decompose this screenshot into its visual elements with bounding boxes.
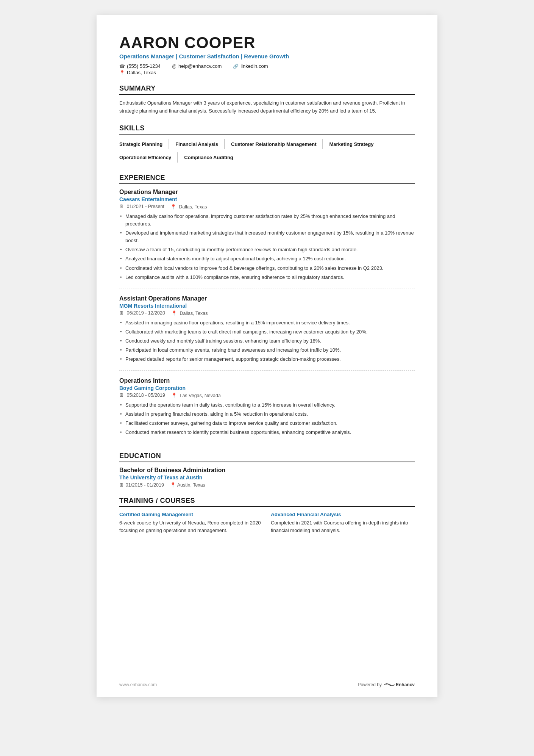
summary-section: SUMMARY Enthusiastic Operations Manager … xyxy=(119,85,415,115)
school-1: The University of Texas at Austin xyxy=(119,474,415,481)
edu-dates-1: 🗓 01/2015 - 01/2019 xyxy=(119,482,164,488)
linkedin-icon: 🔗 xyxy=(233,64,239,69)
resume-document: AARON COOPER Operations Manager | Custom… xyxy=(97,15,437,697)
training-title-1: Certified Gaming Management xyxy=(119,512,263,517)
edu-meta-1: 🗓 01/2015 - 01/2019 📍 Austin, Texas xyxy=(119,482,415,488)
training-heading: TRAINING / COURSES xyxy=(119,497,415,507)
skills-row-1: Strategic Planning Financial Analysis Cu… xyxy=(119,139,415,152)
linkedin-url: linkedin.com xyxy=(240,63,268,69)
bullet-2-2: Collaborated with marketing teams to cra… xyxy=(119,328,415,336)
email-address: help@enhancv.com xyxy=(178,63,222,69)
exp-entry-2: Assistant Operations Manager MGM Resorts… xyxy=(119,295,415,371)
degree-1: Bachelor of Business Administration xyxy=(119,467,415,474)
bullet-2-1: Assisted in managing casino floor operat… xyxy=(119,319,415,327)
exp-bullets-1: Managed daily casino floor operations, i… xyxy=(119,213,415,281)
bullet-3-1: Supported the operations team in daily t… xyxy=(119,401,415,409)
phone-icon: ☎ xyxy=(119,64,125,69)
bullet-1-2: Developed and implemented marketing stra… xyxy=(119,229,415,244)
experience-heading: EXPERIENCE xyxy=(119,174,415,184)
candidate-name: AARON COOPER xyxy=(119,34,415,52)
training-title-2: Advanced Financial Analysis xyxy=(271,512,415,517)
bullet-1-3: Oversaw a team of 15, conducting bi-mont… xyxy=(119,246,415,254)
bullet-3-3: Facilitated customer surveys, gathering … xyxy=(119,419,415,427)
bullet-1-5: Coordinated with local vendors to improv… xyxy=(119,265,415,272)
bullet-3-4: Conducted market research to identify po… xyxy=(119,429,415,436)
exp-dates-2: 🗓 06/2019 - 12/2020 xyxy=(119,310,165,316)
enhancv-brand-name: Enhancv xyxy=(396,682,415,687)
summary-heading: SUMMARY xyxy=(119,85,415,95)
skill-operational-efficiency: Operational Efficiency xyxy=(119,152,178,163)
training-desc-2: Completed in 2021 with Coursera offering… xyxy=(271,519,415,534)
exp-entry-3: Operations Intern Boyd Gaming Corporatio… xyxy=(119,377,415,443)
skills-section: SKILLS Strategic Planning Financial Anal… xyxy=(119,124,415,165)
email-icon: @ xyxy=(172,64,176,69)
skills-row-2: Operational Efficiency Compliance Auditi… xyxy=(119,152,415,165)
exp-location-1: 📍 Dallas, Texas xyxy=(170,204,207,210)
company-2: MGM Resorts International xyxy=(119,303,415,309)
exp-dates-1: 🗓 01/2021 - Present xyxy=(119,204,164,209)
exp-entry-1: Operations Manager Caesars Entertainment… xyxy=(119,189,415,288)
education-heading: EDUCATION xyxy=(119,452,415,462)
footer-website: www.enhancv.com xyxy=(119,682,157,687)
linkedin-contact: 🔗 linkedin.com xyxy=(233,63,268,69)
powered-by-text: Powered by xyxy=(358,682,382,687)
skill-financial-analysis: Financial Analysis xyxy=(175,139,225,149)
edu-location-1: 📍 Austin, Texas xyxy=(170,482,205,488)
training-grid: Certified Gaming Management 6-week cours… xyxy=(119,512,415,534)
exp-meta-3: 🗓 05/2018 - 05/2019 📍 Las Vegas, Nevada xyxy=(119,393,415,398)
bullet-1-4: Analyzed financial statements monthly to… xyxy=(119,255,415,263)
job-title-2: Assistant Operations Manager xyxy=(119,295,415,302)
company-1: Caesars Entertainment xyxy=(119,196,415,202)
contact-row-2: 📍 Dallas, Texas xyxy=(119,70,415,75)
contact-row-1: ☎ (555) 555-1234 @ help@enhancv.com 🔗 li… xyxy=(119,63,415,69)
exp-bullets-2: Assisted in managing casino floor operat… xyxy=(119,319,415,363)
job-title-3: Operations Intern xyxy=(119,377,415,384)
bullet-2-4: Participated in local community events, … xyxy=(119,346,415,354)
training-item-2: Advanced Financial Analysis Completed in… xyxy=(271,512,415,534)
phone-number: (555) 555-1234 xyxy=(127,63,161,69)
location-icon: 📍 xyxy=(119,70,125,75)
exp-bullets-3: Supported the operations team in daily t… xyxy=(119,401,415,437)
resume-header: AARON COOPER Operations Manager | Custom… xyxy=(119,34,415,75)
company-3: Boyd Gaming Corporation xyxy=(119,385,415,391)
exp-meta-2: 🗓 06/2019 - 12/2020 📍 Dallas, Texas xyxy=(119,310,415,316)
skill-strategic-planning: Strategic Planning xyxy=(119,139,169,149)
training-section: TRAINING / COURSES Certified Gaming Mana… xyxy=(119,497,415,534)
skill-crm: Customer Relationship Management xyxy=(231,139,323,149)
exp-dates-3: 🗓 05/2018 - 05/2019 xyxy=(119,393,165,398)
enhancv-logo: Enhancv xyxy=(384,681,415,688)
exp-location-2: 📍 Dallas, Texas xyxy=(171,310,208,316)
bullet-1-1: Managed daily casino floor operations, i… xyxy=(119,213,415,228)
training-item-1: Certified Gaming Management 6-week cours… xyxy=(119,512,263,534)
exp-meta-1: 🗓 01/2021 - Present 📍 Dallas, Texas xyxy=(119,204,415,210)
exp-location-3: 📍 Las Vegas, Nevada xyxy=(171,393,221,398)
location-contact: 📍 Dallas, Texas xyxy=(119,70,156,75)
job-title-1: Operations Manager xyxy=(119,189,415,196)
bullet-2-5: Prepared detailed reports for senior man… xyxy=(119,355,415,363)
enhancv-logo-svg xyxy=(384,681,395,688)
skills-heading: SKILLS xyxy=(119,124,415,135)
training-desc-1: 6-week course by University of Nevada, R… xyxy=(119,519,263,534)
experience-section: EXPERIENCE Operations Manager Caesars En… xyxy=(119,174,415,443)
bullet-3-2: Assisted in preparing financial reports,… xyxy=(119,410,415,418)
skill-compliance-auditing: Compliance Auditing xyxy=(184,152,239,163)
education-section: EDUCATION Bachelor of Business Administr… xyxy=(119,452,415,488)
bullet-1-6: Led compliance audits with a 100% compli… xyxy=(119,274,415,281)
skill-marketing-strategy: Marketing Strategy xyxy=(329,139,379,149)
candidate-title: Operations Manager | Customer Satisfacti… xyxy=(119,53,415,59)
bullet-2-3: Conducted weekly and monthly staff train… xyxy=(119,337,415,345)
email-contact: @ help@enhancv.com xyxy=(172,63,222,69)
page-footer: www.enhancv.com Powered by Enhancv xyxy=(119,681,415,688)
phone-contact: ☎ (555) 555-1234 xyxy=(119,63,161,69)
summary-text: Enthusiastic Operations Manager with 3 y… xyxy=(119,99,415,115)
edu-entry-1: Bachelor of Business Administration The … xyxy=(119,467,415,488)
footer-brand: Powered by Enhancv xyxy=(358,681,415,688)
location-text: Dallas, Texas xyxy=(127,70,156,75)
